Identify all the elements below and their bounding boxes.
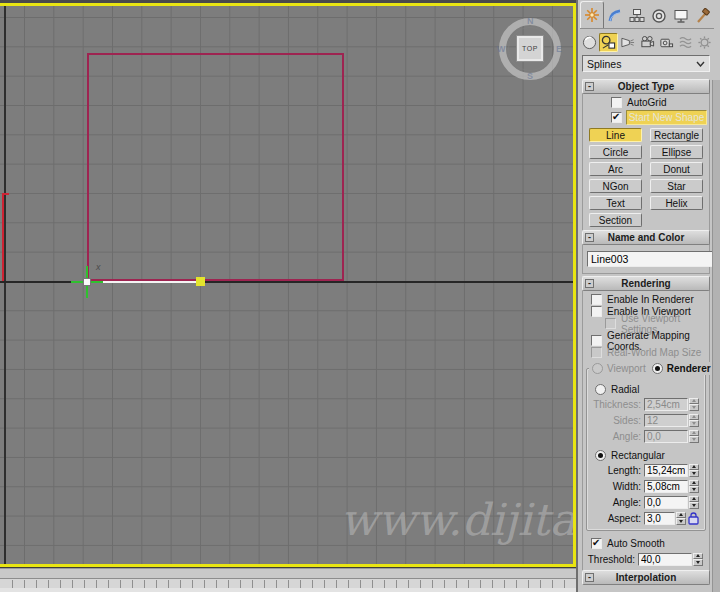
category-cameras[interactable] — [638, 33, 656, 52]
tab-display[interactable] — [670, 4, 692, 28]
renderer-radio[interactable] — [652, 363, 663, 374]
enable-in-renderer-checkbox[interactable] — [591, 294, 602, 305]
enable-in-renderer-label: Enable In Renderer — [607, 294, 694, 305]
aspect-field[interactable] — [644, 512, 675, 525]
donut-button[interactable]: Donut — [650, 162, 703, 176]
category-geometry[interactable] — [580, 33, 598, 52]
tab-motion[interactable] — [648, 4, 670, 28]
rendering-title: Rendering — [594, 278, 698, 289]
viewcube-west[interactable]: W — [497, 44, 506, 54]
sides-field — [644, 414, 688, 427]
track-bar-ticks — [1, 580, 577, 588]
viewport-top[interactable]: x TOP N S W E www.dijitalde — [0, 0, 578, 568]
radial-angle-label: Angle: — [589, 431, 644, 442]
threshold-field[interactable] — [638, 553, 692, 566]
length-label: Length: — [589, 465, 644, 476]
generate-mapping-coords-checkbox[interactable] — [591, 335, 602, 346]
thickness-label: Thickness: — [589, 399, 644, 410]
collapse-icon[interactable]: - — [585, 233, 594, 242]
object-name-input[interactable] — [587, 251, 720, 267]
cameras-icon — [640, 35, 655, 50]
rectangle-button[interactable]: Rectangle — [650, 128, 703, 142]
width-label: Width: — [589, 481, 644, 492]
active-viewport-border-bottom — [0, 564, 576, 567]
viewcube-south[interactable]: S — [527, 71, 533, 81]
circle-button[interactable]: Circle — [589, 145, 642, 159]
track-bar[interactable] — [0, 578, 578, 592]
viewcube-north[interactable]: N — [527, 16, 534, 26]
active-viewport-border-top — [0, 3, 576, 6]
radial-radio[interactable] — [595, 384, 606, 395]
renderer-radio-label: Renderer — [667, 363, 711, 374]
watermark: www.dijitalde — [340, 494, 573, 564]
rect-angle-label: Angle: — [589, 497, 644, 508]
length-spinner[interactable] — [689, 464, 699, 477]
display-icon — [673, 8, 689, 24]
viewport-grid[interactable]: x TOP N S W E www.dijitalde — [0, 6, 573, 564]
thickness-field — [644, 398, 688, 411]
line-button[interactable]: Line — [589, 128, 642, 142]
interpolation-title: Interpolation — [594, 572, 698, 583]
collapse-icon[interactable]: - — [585, 82, 594, 91]
ngon-button[interactable]: NGon — [589, 179, 642, 193]
threshold-label: Threshold: — [583, 554, 638, 565]
category-lights[interactable] — [619, 33, 637, 52]
collapse-icon[interactable]: - — [585, 279, 594, 288]
category-shapes[interactable] — [599, 33, 617, 52]
track-bar-shine — [0, 588, 578, 592]
world-y-axis-line — [4, 6, 6, 564]
rendering-rollout: - Rendering Enable In Renderer Enable In… — [582, 277, 710, 573]
tab-utilities[interactable] — [692, 4, 714, 28]
helix-button[interactable]: Helix — [650, 196, 703, 210]
section-button[interactable]: Section — [589, 213, 642, 227]
line-vertex-yellow — [196, 277, 205, 286]
aspect-lock-icon[interactable] — [688, 512, 699, 525]
tab-modify[interactable] — [604, 4, 626, 28]
arc-button[interactable]: Arc — [589, 162, 642, 176]
panel-scrollbar[interactable] — [712, 80, 720, 592]
width-spinner[interactable] — [689, 480, 699, 493]
rendering-header[interactable]: - Rendering — [582, 276, 710, 291]
autogrid-checkbox[interactable] — [611, 97, 622, 108]
object-type-header[interactable]: - Object Type — [582, 79, 710, 94]
rect-angle-spinner[interactable] — [689, 496, 699, 509]
viewcube-top-face[interactable]: TOP — [516, 35, 544, 62]
viewport-radio-label: Viewport — [607, 363, 646, 374]
category-systems[interactable] — [696, 33, 714, 52]
text-button[interactable]: Text — [589, 196, 642, 210]
shape-category-dropdown[interactable]: Splines — [582, 55, 710, 72]
collapse-icon[interactable]: - — [585, 573, 594, 582]
interpolation-header[interactable]: - Interpolation — [582, 570, 710, 585]
axis-x-label: x — [96, 262, 101, 272]
category-helpers[interactable] — [657, 33, 675, 52]
command-panel: Splines - Object Type AutoGrid Start New… — [576, 0, 720, 592]
ellipse-button[interactable]: Ellipse — [650, 145, 703, 159]
category-space-warps[interactable] — [676, 33, 694, 52]
aspect-spinner[interactable] — [676, 512, 686, 525]
width-field[interactable] — [644, 480, 688, 493]
name-color-header[interactable]: - Name and Color — [582, 230, 710, 245]
enable-in-viewport-checkbox[interactable] — [591, 306, 602, 317]
aspect-label: Aspect: — [589, 513, 644, 524]
auto-smooth-label: Auto Smooth — [607, 538, 665, 549]
interpolation-rollout: - Interpolation — [582, 570, 710, 585]
command-panel-tabs — [580, 1, 714, 29]
length-field[interactable] — [644, 464, 688, 477]
rectangular-radio[interactable] — [595, 450, 606, 461]
viewcube-east[interactable]: E — [556, 44, 562, 54]
start-new-shape-checkbox[interactable] — [611, 112, 622, 123]
lights-icon — [620, 35, 635, 50]
tab-create[interactable] — [580, 1, 604, 28]
line-in-progress — [87, 281, 201, 283]
viewcube[interactable]: TOP N S W E — [499, 18, 561, 80]
use-viewport-settings-checkbox — [605, 318, 616, 329]
rect-angle-field[interactable] — [644, 496, 688, 509]
chevron-down-icon — [696, 61, 705, 67]
threshold-spinner[interactable] — [693, 553, 703, 566]
start-new-shape-button[interactable]: Start New Shape — [626, 110, 707, 125]
star-button[interactable]: Star — [650, 179, 703, 193]
tab-hierarchy[interactable] — [626, 4, 648, 28]
utilities-icon — [695, 8, 711, 24]
auto-smooth-checkbox[interactable] — [591, 538, 602, 549]
rectangle-shape — [87, 53, 344, 281]
